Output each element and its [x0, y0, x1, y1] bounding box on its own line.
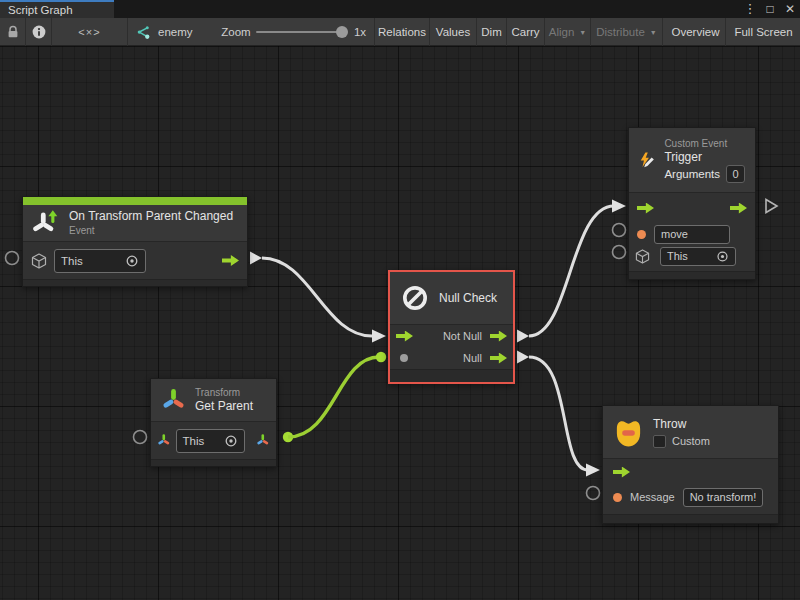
trigger-name-port[interactable] — [613, 224, 626, 237]
node-title: Throw — [653, 417, 710, 432]
chevron-down-icon: ▼ — [579, 29, 586, 36]
zoom-slider-track — [256, 31, 344, 33]
connection-event-to-nullcheck[interactable] — [250, 252, 386, 343]
chevron-down-icon: ▼ — [650, 29, 657, 36]
custom-event-icon — [639, 146, 655, 174]
custom-checkbox[interactable] — [653, 435, 666, 448]
node-title: Get Parent — [195, 399, 253, 414]
not-null-output-arrow[interactable] — [490, 331, 507, 342]
event-accent-bar — [23, 197, 247, 205]
lock-icon — [6, 25, 20, 39]
node-on-transform-parent-changed[interactable]: On Transform Parent Changed Event This — [22, 196, 248, 287]
throw-message-port[interactable] — [587, 487, 600, 500]
node-title: Null Check — [439, 291, 497, 306]
graph-name: enemy — [158, 26, 193, 38]
zoom-value: 1x — [350, 18, 370, 46]
graph-icon — [136, 25, 151, 40]
align-button[interactable]: Align ▼ — [545, 18, 591, 46]
maximize-icon[interactable]: □ — [762, 1, 778, 17]
connection-nullcheck-to-trigger[interactable] — [517, 200, 626, 343]
node-trigger-custom-event[interactable]: Custom Event Trigger Arguments 0 move — [628, 127, 756, 280]
cube-icon — [635, 249, 650, 264]
flow-output-arrow[interactable] — [730, 203, 747, 214]
window-menu-icon[interactable]: ⋮ — [742, 1, 758, 17]
node-get-parent[interactable]: Transform Get Parent This — [150, 378, 277, 467]
message-label: Message — [630, 491, 675, 503]
code-icon: <×> — [78, 26, 100, 38]
flow-input-arrow[interactable] — [637, 203, 654, 214]
node-footer — [603, 514, 778, 523]
node-title: On Transform Parent Changed — [69, 209, 233, 224]
info-icon — [32, 25, 46, 39]
zoom-slider[interactable] — [256, 18, 344, 46]
connection-getparent-to-nullcheck[interactable] — [283, 352, 386, 442]
node-null-check[interactable]: Null Check Not Null Null — [388, 270, 515, 384]
null-output-arrow[interactable] — [490, 353, 507, 364]
null-check-icon — [400, 283, 430, 313]
target-field[interactable]: This — [176, 429, 246, 453]
target-field[interactable]: This — [54, 249, 146, 273]
custom-checkbox-label: Custom — [672, 435, 710, 447]
code-preview-button[interactable]: <×> — [52, 18, 128, 46]
connection-nullcheck-to-throw[interactable] — [517, 351, 600, 477]
flow-input-arrow[interactable] — [396, 331, 413, 342]
node-category: Custom Event — [664, 137, 745, 150]
event-name-dot[interactable] — [637, 230, 646, 239]
zoom-label: Zoom — [218, 18, 254, 46]
transform-input-icon[interactable] — [157, 432, 171, 449]
node-subtitle: Event — [69, 224, 233, 237]
tab-title: Script Graph — [8, 4, 73, 16]
carry-button[interactable]: Carry — [507, 18, 545, 46]
values-button[interactable]: Values — [430, 18, 477, 46]
null-label: Null — [419, 352, 482, 364]
null-value-dot[interactable] — [400, 354, 408, 362]
close-icon[interactable]: ✕ — [782, 1, 798, 17]
relations-button[interactable]: Relations — [374, 18, 430, 46]
message-value-dot[interactable] — [613, 493, 622, 502]
cube-icon — [31, 253, 47, 269]
arguments-field[interactable]: 0 — [726, 165, 745, 183]
throw-error-icon — [613, 417, 644, 448]
trigger-target-port[interactable] — [613, 246, 626, 259]
tab-script-graph[interactable]: Script Graph — [0, 0, 114, 18]
not-null-label: Not Null — [419, 330, 482, 342]
getparent-target-port[interactable] — [134, 431, 147, 444]
node-footer — [390, 369, 513, 382]
zoom-slider-handle[interactable] — [336, 26, 348, 38]
trigger-output-port[interactable] — [766, 200, 777, 213]
node-category: Transform — [195, 386, 253, 399]
target-picker-icon[interactable] — [224, 434, 238, 448]
lock-button[interactable] — [0, 18, 26, 46]
tab-bar: Script Graph ⋮ □ ✕ — [0, 0, 800, 18]
graph-toolbar: <×> enemy Zoom 1x Relations Values Dim C… — [0, 18, 800, 46]
event-target-port[interactable] — [6, 252, 19, 265]
node-footer — [151, 459, 276, 466]
distribute-button[interactable]: Distribute ▼ — [591, 18, 663, 46]
overview-button[interactable]: Overview — [666, 18, 726, 46]
target-picker-icon[interactable] — [716, 250, 729, 263]
flow-input-arrow[interactable] — [613, 467, 630, 478]
event-name-field[interactable]: move — [654, 225, 730, 244]
window-controls: ⋮ □ ✕ — [742, 0, 798, 18]
node-throw[interactable]: Throw Custom Message No transform! — [602, 405, 779, 524]
graph-canvas[interactable]: On Transform Parent Changed Event This — [0, 46, 800, 600]
arguments-label: Arguments — [664, 167, 720, 181]
dim-button[interactable]: Dim — [477, 18, 507, 46]
transform-output-icon[interactable] — [256, 432, 270, 449]
script-graph-window: Script Graph ⋮ □ ✕ <×> enemy Zoom — [0, 0, 800, 600]
event-transform-icon — [33, 209, 60, 237]
message-field[interactable]: No transform! — [683, 488, 764, 507]
graph-breadcrumb[interactable]: enemy — [136, 18, 206, 46]
flow-output-arrow[interactable] — [222, 255, 239, 266]
fullscreen-button[interactable]: Full Screen — [727, 18, 800, 46]
info-button[interactable] — [26, 18, 52, 46]
transform-icon — [161, 387, 186, 414]
node-title: Trigger — [664, 150, 745, 165]
node-footer — [23, 279, 247, 286]
target-picker-icon[interactable] — [125, 254, 139, 268]
node-footer — [629, 271, 755, 279]
target-field[interactable]: This — [660, 247, 736, 266]
